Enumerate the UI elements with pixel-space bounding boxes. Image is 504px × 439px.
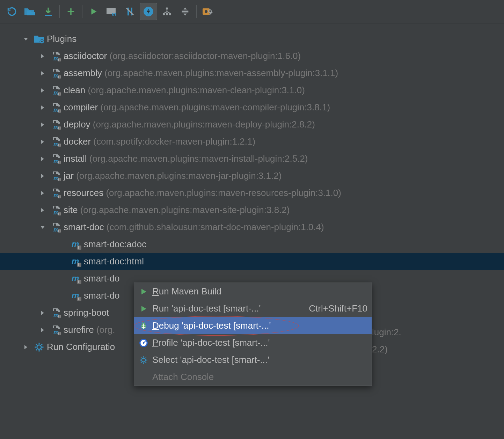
plugin-coords: (org.apache.maven.plugins:maven-assembly… xyxy=(104,68,338,79)
tree-node-plugin[interactable]: msmart-doc (com.github.shalousun:smart-d… xyxy=(0,219,504,236)
menu-item-label: Run Maven Build xyxy=(152,286,367,297)
svg-rect-22 xyxy=(58,144,61,147)
maven-goal-icon: m xyxy=(71,239,82,250)
tree-node-plugin[interactable]: massembly (org.apache.maven.plugins:mave… xyxy=(0,65,504,82)
tree-node-plugin[interactable]: mdeploy (org.apache.maven.plugins:maven-… xyxy=(0,116,504,133)
separator xyxy=(82,5,82,18)
plugin-name: docker xyxy=(64,136,91,147)
plugin-coords: (com.github.shalousun:smart-doc-maven-pl… xyxy=(107,222,324,233)
link-folders-button[interactable] xyxy=(22,3,38,20)
collapsed-arrow-icon[interactable] xyxy=(39,121,46,128)
tree-node-plugin[interactable]: masciidoctor (org.asciidoctor:asciidocto… xyxy=(0,47,504,65)
menu-item-shortcut: Ctrl+Shift+F10 xyxy=(309,303,367,314)
plugin-coords: (org.apache.maven.plugins:maven-install-… xyxy=(89,153,308,164)
context-menu-item[interactable]: Run 'api-doc-test [smart-...'Ctrl+Shift+… xyxy=(134,300,372,317)
plugin-name: assembly xyxy=(64,68,102,79)
svg-point-47 xyxy=(142,322,143,324)
expand-arrow-icon[interactable] xyxy=(39,224,46,231)
maven-plugin-icon: m xyxy=(50,153,61,164)
collapsed-arrow-icon[interactable] xyxy=(39,104,46,111)
refresh-button[interactable] xyxy=(3,3,20,20)
collapse-button[interactable] xyxy=(177,3,193,20)
plugin-name: install xyxy=(64,153,87,164)
expand-arrow-icon[interactable] xyxy=(22,36,29,43)
plugin-name: deploy xyxy=(64,119,90,130)
run-button[interactable] xyxy=(85,3,102,20)
collapsed-arrow-icon[interactable] xyxy=(39,70,46,77)
play-icon xyxy=(138,286,149,297)
svg-point-45 xyxy=(37,345,42,349)
svg-rect-28 xyxy=(58,195,61,198)
tree-node-goal[interactable]: msmart-doc:html xyxy=(0,253,504,270)
svg-point-48 xyxy=(144,322,145,324)
collapsed-arrow-icon[interactable] xyxy=(39,138,46,145)
play-icon xyxy=(138,303,149,314)
collapsed-arrow-icon[interactable] xyxy=(39,207,46,214)
maven-plugin-icon: m xyxy=(50,188,61,199)
plugin-name: resources xyxy=(64,188,103,198)
tree-node-plugin[interactable]: mcompiler (org.apache.maven.plugins:mave… xyxy=(0,99,504,116)
collapsed-arrow-icon[interactable] xyxy=(39,87,46,94)
svg-rect-42 xyxy=(58,315,61,318)
svg-rect-20 xyxy=(58,126,61,130)
context-menu: Run Maven BuildRun 'api-doc-test [smart-… xyxy=(134,283,372,386)
add-button[interactable] xyxy=(63,3,79,20)
plugin-coords: (org.apache.maven.plugins:maven-resource… xyxy=(106,188,341,198)
svg-rect-38 xyxy=(77,280,81,284)
separator xyxy=(196,5,197,18)
context-menu-item[interactable]: Select 'api-doc-test [smart-...' xyxy=(134,351,372,368)
tree-node-goal[interactable]: msmart-doc:adoc xyxy=(0,236,504,253)
tree-node-plugin[interactable]: mclean (org.apache.maven.plugins:maven-c… xyxy=(0,82,504,99)
plugins-label: Plugins xyxy=(47,34,76,44)
svg-text:m: m xyxy=(112,11,116,17)
svg-point-4 xyxy=(163,13,165,15)
toggle-offline-button[interactable] xyxy=(122,3,138,20)
tree-node-plugin[interactable]: mdocker (com.spotify:docker-maven-plugin… xyxy=(0,133,504,150)
menu-item-label: Run 'api-doc-test [smart-...' xyxy=(152,303,305,314)
svg-rect-36 xyxy=(77,263,81,267)
plugin-coords: (com.spotify:docker-maven-plugin:1.2.1) xyxy=(93,136,255,147)
svg-point-5 xyxy=(166,13,168,15)
plugin-name: surefire xyxy=(64,324,94,335)
maven-plugin-icon: m xyxy=(50,102,61,113)
plugin-name: clean xyxy=(64,85,85,96)
collapsed-arrow-icon[interactable] xyxy=(39,155,46,162)
maven-plugin-icon: m xyxy=(50,119,61,130)
svg-rect-24 xyxy=(58,161,61,164)
run-goal-button[interactable]: m xyxy=(103,3,120,20)
overflow-text: lugin:2. xyxy=(372,327,401,338)
svg-rect-34 xyxy=(77,246,81,250)
goal-name: smart-do xyxy=(84,273,120,284)
svg-point-52 xyxy=(142,358,146,362)
collapsed-arrow-icon[interactable] xyxy=(39,173,46,180)
tree-node-plugin[interactable]: minstall (org.apache.maven.plugins:maven… xyxy=(0,150,504,167)
plugin-coords: (org.apache.maven.plugins:maven-deploy-p… xyxy=(93,119,315,130)
svg-point-6 xyxy=(169,13,171,15)
plugin-coords: (org.asciidoctor:asciidoctor-maven-plugi… xyxy=(110,51,301,61)
maven-plugin-icon: m xyxy=(50,136,61,147)
plugin-coords: (org.apache.maven.plugins:maven-jar-plug… xyxy=(76,170,282,181)
tree-node-plugins[interactable]: Plugins xyxy=(0,30,504,47)
collapsed-arrow-icon[interactable] xyxy=(22,344,29,351)
collapsed-arrow-icon[interactable] xyxy=(39,309,46,316)
storm-button[interactable] xyxy=(140,3,157,20)
menu-item-label: Profile 'api-doc-test [smart-...' xyxy=(152,337,367,348)
download-button[interactable] xyxy=(40,3,57,20)
context-menu-item[interactable]: Profile 'api-doc-test [smart-...' xyxy=(134,334,372,351)
collapsed-arrow-icon[interactable] xyxy=(39,190,46,197)
tree-node-plugin[interactable]: mresources (org.apache.maven.plugins:mav… xyxy=(0,184,504,202)
collapsed-arrow-icon[interactable] xyxy=(39,327,46,334)
context-menu-item[interactable]: Debug 'api-doc-test [smart-...' xyxy=(134,317,372,334)
context-menu-item[interactable]: Run Maven Build xyxy=(134,283,372,300)
tree-node-plugin[interactable]: mjar (org.apache.maven.plugins:maven-jar… xyxy=(0,167,504,184)
plugin-name: smart-doc xyxy=(64,222,104,233)
collapsed-arrow-icon[interactable] xyxy=(39,53,46,60)
context-menu-item: Attach Console xyxy=(134,368,372,386)
settings-button[interactable] xyxy=(199,3,216,20)
plugin-coords: (org.apache.maven.plugins:maven-clean-pl… xyxy=(88,85,305,96)
separator xyxy=(59,5,60,18)
maven-plugin-icon: m xyxy=(50,307,61,319)
toolbar: m xyxy=(0,0,504,23)
tree-node-plugin[interactable]: msite (org.apache.maven.plugins:maven-si… xyxy=(0,202,504,219)
dependency-graph-button[interactable] xyxy=(159,3,175,20)
